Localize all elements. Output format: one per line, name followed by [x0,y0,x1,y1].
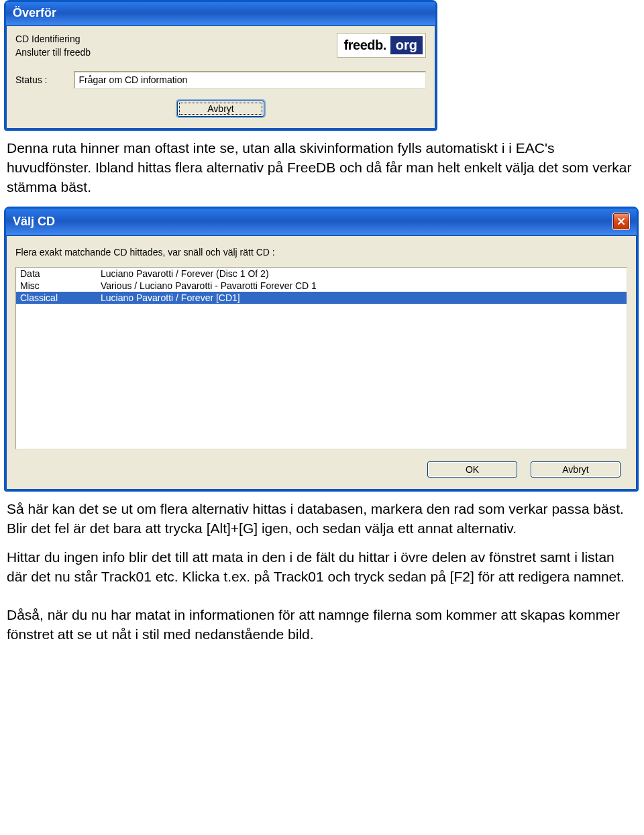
label-connecting: Ansluter till freedb [15,46,91,60]
select-cd-prompt: Flera exakt matchande CD hittades, var s… [15,247,627,258]
dialog-select-cd: Välj CD Flera exakt matchande CD hittade… [4,207,639,492]
status-label: Status : [15,74,47,85]
list-category: Classical [20,292,101,303]
list-item[interactable]: Misc Various / Luciano Pavarotti - Pavar… [16,280,627,292]
list-title: Various / Luciano Pavarotti - Pavarotti … [101,280,623,291]
doc-paragraph-2: Så här kan det se ut om flera alternativ… [7,500,637,539]
dialog-transfer: Överför CD Identifiering Ansluter till f… [4,0,437,131]
doc-paragraph-1: Denna ruta hinner man oftast inte se, ut… [7,139,637,197]
logo-right: org [390,36,423,54]
doc-paragraph-3: Hittar du ingen info blir det till att m… [7,548,637,587]
status-field: Frågar om CD information [74,71,426,89]
cd-listbox[interactable]: Data Luciano Pavarotti / Forever (Disc 1… [15,267,627,449]
cancel-button[interactable]: Avbryt [177,101,264,117]
doc-paragraph-4: Dåså, när du nu har matat in information… [7,606,637,645]
close-icon[interactable] [612,213,630,230]
list-item-selected[interactable]: Classical Luciano Pavarotti / Forever [C… [16,292,627,304]
titlebar-select-cd[interactable]: Välj CD [6,209,637,236]
freedb-logo: freedb. org [337,33,426,58]
list-item[interactable]: Data Luciano Pavarotti / Forever (Disc 1… [16,268,627,280]
title-text: Överför [13,6,56,20]
title-text: Välj CD [13,215,55,229]
list-category: Misc [20,280,101,291]
label-cd-ident: CD Identifiering [15,33,91,46]
list-title: Luciano Pavarotti / Forever (Disc 1 Of 2… [101,268,623,279]
list-category: Data [20,268,101,279]
cancel-button[interactable]: Avbryt [531,461,621,478]
logo-left: freedb. [340,36,390,54]
list-title: Luciano Pavarotti / Forever [CD1] [101,292,623,303]
ok-button[interactable]: OK [427,461,517,478]
titlebar-transfer[interactable]: Överför [6,2,435,26]
